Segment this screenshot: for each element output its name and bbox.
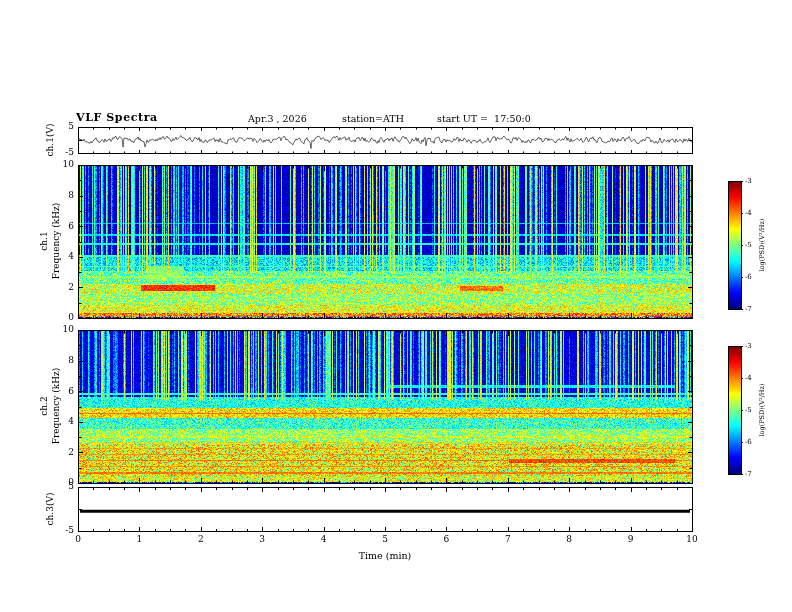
vlf-spectra-plot: VLF Spectra Apr.3 , 2026 station=ATH sta… — [0, 0, 792, 612]
y-axis-label-ch1-frequency: Frequency (kHz) — [51, 203, 61, 280]
y-axis-label-ch1: ch.1 — [39, 231, 49, 250]
y-axis-label-ch2-frequency: Frequency (kHz) — [51, 368, 61, 445]
plot-start-ut: start UT = 17:50:0 — [437, 113, 531, 124]
plot-canvas — [0, 0, 792, 612]
plot-date: Apr.3 , 2026 — [248, 113, 307, 124]
y-axis-label-ch3v: ch.3(V) — [45, 493, 55, 526]
colorbar1-label: log(PSD)(V²/Hz) — [758, 219, 766, 272]
colorbar2-label: log(PSD)(V²/Hz) — [758, 384, 766, 437]
plot-title: VLF Spectra — [76, 111, 158, 124]
plot-station: station=ATH — [342, 113, 404, 124]
x-axis-label: Time (min) — [78, 550, 692, 561]
y-axis-label-ch2: ch.2 — [39, 396, 49, 415]
y-axis-label-ch1v: ch.1(V) — [45, 124, 55, 157]
